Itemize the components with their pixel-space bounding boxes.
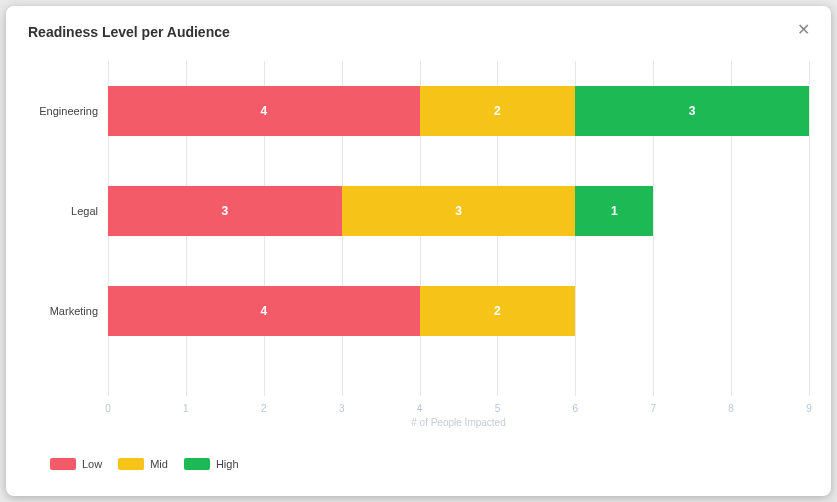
x-tick: 3 (339, 403, 345, 414)
legend-item-high: High (184, 458, 239, 470)
legend: LowMidHigh (50, 458, 239, 470)
bar-segment-high: 3 (575, 86, 809, 136)
category-label: Engineering (28, 105, 108, 117)
plot-area: 42333142 (108, 61, 809, 396)
x-axis-label: # of People Impacted (108, 417, 809, 428)
bar-segment-low: 4 (108, 86, 420, 136)
bar-segment-low: 4 (108, 286, 420, 336)
x-tick: 1 (183, 403, 189, 414)
grid-line (809, 61, 810, 396)
legend-swatch (118, 458, 144, 470)
legend-swatch (50, 458, 76, 470)
bar-row: 423 (108, 86, 809, 136)
x-tick: 9 (806, 403, 812, 414)
close-icon: ✕ (797, 22, 810, 38)
legend-label: Low (82, 458, 102, 470)
category-label: Legal (28, 205, 108, 217)
legend-label: High (216, 458, 239, 470)
x-tick: 5 (495, 403, 501, 414)
x-tick: 7 (650, 403, 656, 414)
chart-title: Readiness Level per Audience (28, 24, 809, 40)
x-tick: 6 (573, 403, 579, 414)
x-tick: 2 (261, 403, 267, 414)
legend-item-low: Low (50, 458, 102, 470)
bar-row: 42 (108, 286, 809, 336)
bar-segment-mid: 2 (420, 286, 576, 336)
bar-segment-low: 3 (108, 186, 342, 236)
category-label: Marketing (28, 305, 108, 317)
legend-swatch (184, 458, 210, 470)
legend-label: Mid (150, 458, 168, 470)
close-button[interactable]: ✕ (793, 20, 813, 40)
chart-area: 42333142 # of People Impacted 0123456789… (28, 61, 809, 426)
x-tick: 8 (728, 403, 734, 414)
legend-item-mid: Mid (118, 458, 168, 470)
bar-segment-high: 1 (575, 186, 653, 236)
x-tick: 0 (105, 403, 111, 414)
bar-segment-mid: 3 (342, 186, 576, 236)
x-tick: 4 (417, 403, 423, 414)
bar-segment-mid: 2 (420, 86, 576, 136)
bar-row: 331 (108, 186, 809, 236)
modal-card: Readiness Level per Audience ✕ 42333142 … (6, 6, 831, 496)
